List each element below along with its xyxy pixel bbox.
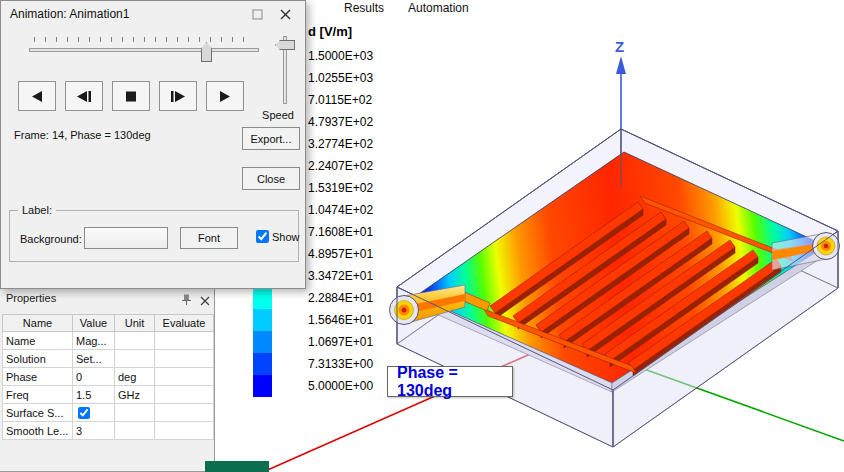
- prop-unit: [115, 350, 155, 368]
- legend-entry: 7.3133E+00: [253, 353, 388, 375]
- prop-unit: [115, 404, 155, 422]
- prop-value[interactable]: 0: [73, 368, 115, 386]
- legend-value: 3.2774E+02: [308, 137, 373, 151]
- legend-value: 1.0697E+01: [308, 335, 373, 349]
- stop-button[interactable]: [112, 81, 150, 111]
- font-button[interactable]: Font: [180, 227, 238, 249]
- table-row: Name Mag...: [3, 332, 214, 350]
- phase-annotation: Phase = 130deg: [387, 366, 513, 397]
- legend-entry: 1.5646E+01: [253, 309, 388, 331]
- maximize-icon: [252, 9, 263, 20]
- column-header-value[interactable]: Value: [73, 315, 115, 332]
- prop-name: Phase: [3, 368, 73, 386]
- prop-evaluate: [155, 386, 214, 404]
- legend-color-swatch: [253, 375, 272, 397]
- frame-slider[interactable]: [29, 35, 259, 65]
- prop-unit: deg: [115, 368, 155, 386]
- frame-slider-thumb[interactable]: [201, 42, 212, 62]
- maximize-button[interactable]: [249, 6, 265, 22]
- z-axis-arrow-icon: [616, 56, 626, 74]
- prop-unit: [115, 422, 155, 440]
- legend-value: 7.3133E+00: [308, 357, 373, 371]
- close-dialog-button[interactable]: Close: [242, 167, 300, 190]
- frame-status-text: Frame: 14, Phase = 130deg: [14, 129, 151, 141]
- prop-name: Solution: [3, 350, 73, 368]
- play-forward-button[interactable]: [206, 81, 244, 111]
- prop-value[interactable]: Mag...: [73, 332, 115, 350]
- prop-value: [73, 404, 115, 422]
- legend-value: 1.5000E+03: [308, 49, 373, 63]
- pin-button[interactable]: [180, 292, 193, 310]
- prop-unit: GHz: [115, 386, 155, 404]
- legend-value: 3.3472E+01: [308, 269, 373, 283]
- show-checkbox[interactable]: [256, 230, 269, 243]
- speed-slider[interactable]: [273, 34, 297, 107]
- legend-value: 1.0474E+02: [308, 203, 373, 217]
- export-button[interactable]: Export...: [242, 127, 300, 150]
- prop-evaluate: [155, 422, 214, 440]
- legend-value: 1.5319E+02: [308, 181, 373, 195]
- step-forward-icon: [170, 89, 186, 104]
- legend-value: 1.5646E+01: [308, 313, 373, 327]
- prop-evaluate: [155, 350, 214, 368]
- legend-value: 1.0255E+03: [308, 71, 373, 85]
- legend-value: 7.0115E+02: [308, 93, 372, 107]
- prop-value[interactable]: 1.5: [73, 386, 115, 404]
- animation-dialog: Animation: Animation1 Speed: [0, 0, 306, 289]
- background-label: Background:: [20, 233, 82, 245]
- play-reverse-button[interactable]: [18, 81, 56, 111]
- prop-name: Smooth Le...: [3, 422, 73, 440]
- prop-evaluate: [155, 404, 214, 422]
- speed-slider-thumb[interactable]: [275, 40, 295, 50]
- legend-title: d [V/m]: [308, 24, 352, 39]
- close-icon: [200, 296, 210, 306]
- pin-icon: [180, 293, 193, 306]
- prop-evaluate: [155, 332, 214, 350]
- legend-value: 7.1608E+01: [308, 225, 373, 239]
- column-header-evaluate[interactable]: Evaluate: [155, 315, 214, 332]
- step-reverse-icon: [76, 89, 92, 104]
- step-forward-button[interactable]: [159, 81, 197, 111]
- legend-color-swatch: [253, 331, 272, 353]
- legend-value: 4.7937E+02: [308, 115, 373, 129]
- prop-name: Freq: [3, 386, 73, 404]
- close-icon: [280, 9, 291, 20]
- menu-item-results[interactable]: Results: [344, 1, 384, 15]
- close-button[interactable]: [277, 6, 293, 22]
- show-checkbox-group: Show: [256, 230, 300, 243]
- table-row: Freq 1.5 GHz: [3, 386, 214, 404]
- frame-slider-track[interactable]: [29, 48, 259, 52]
- prop-value[interactable]: 3: [73, 422, 115, 440]
- table-row: Surface S...: [3, 404, 214, 422]
- table-header-row: Name Value Unit Evaluate: [3, 315, 214, 332]
- speed-label: Speed: [255, 109, 301, 121]
- surface-smoothing-checkbox[interactable]: [78, 407, 90, 419]
- label-group: Label: Background: Font Show: [9, 210, 299, 262]
- column-header-unit[interactable]: Unit: [115, 315, 155, 332]
- stop-icon: [123, 89, 139, 104]
- table-row: Smooth Le... 3: [3, 422, 214, 440]
- close-panel-button[interactable]: [200, 292, 210, 310]
- play-reverse-icon: [29, 89, 45, 104]
- prop-name: Name: [3, 332, 73, 350]
- table-row: Solution Set...: [3, 350, 214, 368]
- background-color-button[interactable]: [84, 227, 168, 249]
- play-forward-icon: [217, 89, 233, 104]
- step-reverse-button[interactable]: [65, 81, 103, 111]
- legend-entry: 5.0000E+00: [253, 375, 388, 397]
- table-row: Phase 0 deg: [3, 368, 214, 386]
- legend-value: 2.2407E+02: [308, 159, 373, 173]
- prop-value[interactable]: Set...: [73, 350, 115, 368]
- label-group-title: Label:: [18, 204, 56, 216]
- prop-evaluate: [155, 368, 214, 386]
- column-header-name[interactable]: Name: [3, 315, 73, 332]
- prop-unit: [115, 332, 155, 350]
- legend-color-swatch: [253, 287, 272, 309]
- menu-item-automation[interactable]: Automation: [408, 1, 469, 15]
- legend-value: 5.0000E+00: [308, 379, 373, 393]
- properties-table: Name Value Unit Evaluate Name Mag... Sol…: [2, 314, 214, 440]
- properties-panel: Properties Name Value Unit Evaluate: [0, 287, 215, 472]
- frame-slider-ticks: [34, 37, 254, 42]
- legend-color-swatch: [253, 309, 272, 331]
- z-axis-label: Z: [615, 38, 624, 55]
